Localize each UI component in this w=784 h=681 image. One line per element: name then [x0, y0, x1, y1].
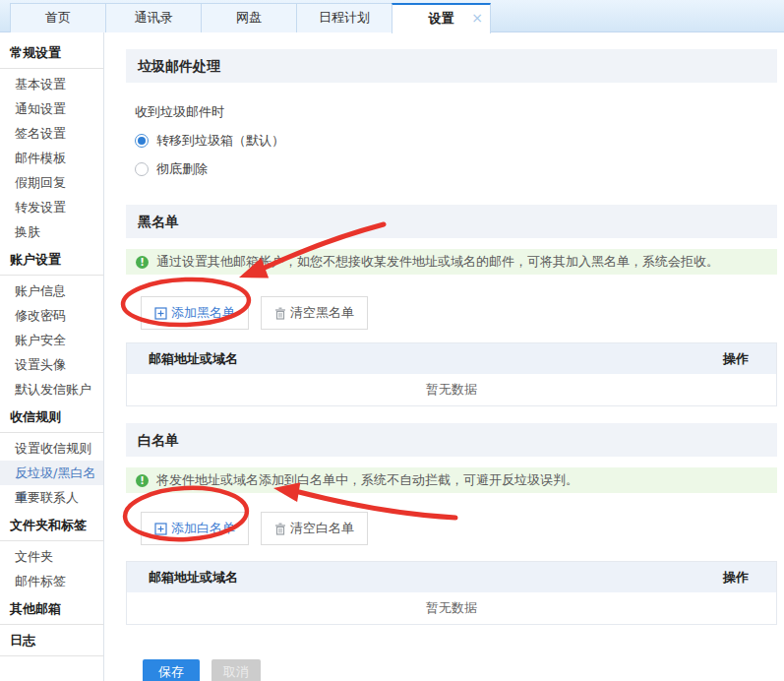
info-icon: !: [136, 256, 149, 269]
whitelist-col-address: 邮箱地址或域名: [149, 569, 238, 587]
blacklist-col-address: 邮箱地址或域名: [149, 350, 238, 368]
info-icon: !: [136, 474, 149, 487]
plus-square-icon: [154, 523, 167, 535]
sidebar-item-antispam-lists[interactable]: 反垃圾/黑白名单: [0, 461, 103, 485]
sidebar-group-other-mailbox[interactable]: 其他邮箱: [0, 597, 103, 621]
tab-netdisk[interactable]: 网盘: [201, 3, 296, 32]
tab-schedule[interactable]: 日程计划: [296, 3, 392, 32]
sidebar-item-password[interactable]: 修改密码: [0, 303, 103, 328]
divider: [0, 655, 103, 656]
clear-whitelist-button[interactable]: 清空白名单: [261, 512, 368, 545]
tab-bar: 首页 通讯录 网盘 日程计划 设置 ×: [0, 0, 784, 32]
divider: [0, 540, 103, 541]
blacklist-col-actions: 操作: [723, 350, 749, 368]
section-title-blacklist: 黑名单: [126, 205, 777, 238]
tab-label: 网盘: [236, 10, 262, 25]
spam-question-label: 收到垃圾邮件时: [126, 102, 777, 122]
sidebar-item-account-info[interactable]: 账户信息: [0, 279, 103, 303]
save-button[interactable]: 保存: [143, 659, 200, 681]
trash-icon: [274, 307, 286, 320]
sidebar-item-basic[interactable]: 基本设置: [0, 72, 103, 96]
blacklist-info-bar: ! 通过设置其他邮箱帐户，如您不想接收某发件地址或域名的邮件，可将其加入黑名单，…: [126, 249, 777, 275]
trash-icon: [274, 523, 286, 535]
tab-settings[interactable]: 设置 ×: [392, 3, 491, 33]
add-whitelist-button[interactable]: 添加白名单: [141, 512, 249, 545]
settings-content: 垃圾邮件处理 收到垃圾邮件时 转移到垃圾箱（默认） 彻底删除 黑名单 ! 通过设…: [104, 32, 784, 681]
sidebar-item-skin[interactable]: 换肤: [0, 219, 103, 244]
sidebar-item-vip-contacts[interactable]: 重要联系人: [0, 485, 103, 510]
sidebar-group-folders-tags: 文件夹和标签: [0, 514, 103, 537]
sidebar-group-account: 账户设置: [0, 248, 103, 272]
sidebar-item-notify[interactable]: 通知设置: [0, 96, 103, 121]
sidebar-item-mail-tags[interactable]: 邮件标签: [0, 569, 103, 593]
radio-move-to-junk[interactable]: [135, 134, 149, 148]
sidebar-item-receive-rules[interactable]: 设置收信规则: [0, 436, 103, 461]
blacklist-table: 邮箱地址或域名 操作 暂无数据: [126, 342, 777, 406]
sidebar-group-general: 常规设置: [0, 41, 103, 65]
sidebar-group-logs[interactable]: 日志: [0, 629, 103, 652]
section-title-spam-handling: 垃圾邮件处理: [126, 49, 777, 83]
clear-blacklist-label: 清空黑名单: [290, 304, 354, 322]
divider: [0, 68, 103, 69]
divider: [0, 432, 103, 433]
tab-contacts[interactable]: 通讯录: [105, 3, 201, 32]
blacklist-empty-row: 暂无数据: [127, 374, 776, 405]
tab-label: 日程计划: [319, 10, 370, 25]
add-whitelist-label: 添加白名单: [171, 520, 235, 537]
whitelist-info-text: 将发件地址或域名添加到白名单中，系统不自动拦截，可避开反垃圾误判。: [156, 471, 578, 489]
whitelist-col-actions: 操作: [723, 569, 749, 587]
sidebar-item-avatar[interactable]: 设置头像: [0, 352, 103, 377]
whitelist-info-bar: ! 将发件地址或域名添加到白名单中，系统不自动拦截，可避开反垃圾误判。: [126, 467, 777, 493]
sidebar-item-security[interactable]: 账户安全: [0, 328, 103, 352]
whitelist-table: 邮箱地址或域名 操作 暂无数据: [126, 561, 777, 625]
sidebar-item-signature[interactable]: 签名设置: [0, 121, 103, 146]
add-blacklist-label: 添加黑名单: [171, 304, 235, 322]
sidebar-group-receive-rules: 收信规则: [0, 405, 103, 429]
sidebar-item-vacation[interactable]: 假期回复: [0, 170, 103, 195]
whitelist-empty-row: 暂无数据: [127, 592, 776, 624]
tab-label: 设置: [429, 11, 454, 26]
radio-move-to-junk-label: 转移到垃圾箱（默认）: [156, 132, 284, 150]
section-title-whitelist: 白名单: [126, 423, 777, 457]
divider: [0, 624, 103, 625]
plus-square-icon: [154, 307, 167, 320]
blacklist-info-text: 通过设置其他邮箱帐户，如您不想接收某发件地址或域名的邮件，可将其加入黑名单，系统…: [156, 253, 719, 271]
cancel-button[interactable]: 取消: [211, 659, 261, 681]
sidebar-item-template[interactable]: 邮件模板: [0, 146, 103, 170]
divider: [0, 275, 103, 276]
radio-delete-completely-label: 彻底删除: [156, 160, 208, 178]
tab-label: 首页: [45, 10, 71, 25]
settings-sidebar: 常规设置 基本设置 通知设置 签名设置 邮件模板 假期回复 转发设置 换肤 账户…: [0, 32, 104, 681]
add-blacklist-button[interactable]: 添加黑名单: [141, 296, 249, 330]
sidebar-item-forward[interactable]: 转发设置: [0, 195, 103, 219]
sidebar-item-default-sender[interactable]: 默认发信账户: [0, 377, 103, 402]
clear-whitelist-label: 清空白名单: [290, 520, 354, 537]
radio-delete-completely[interactable]: [135, 162, 149, 176]
clear-blacklist-button[interactable]: 清空黑名单: [261, 296, 368, 330]
tab-home[interactable]: 首页: [10, 3, 105, 32]
sidebar-item-folders[interactable]: 文件夹: [0, 544, 103, 569]
close-icon[interactable]: ×: [471, 5, 483, 31]
tab-label: 通讯录: [135, 10, 173, 25]
